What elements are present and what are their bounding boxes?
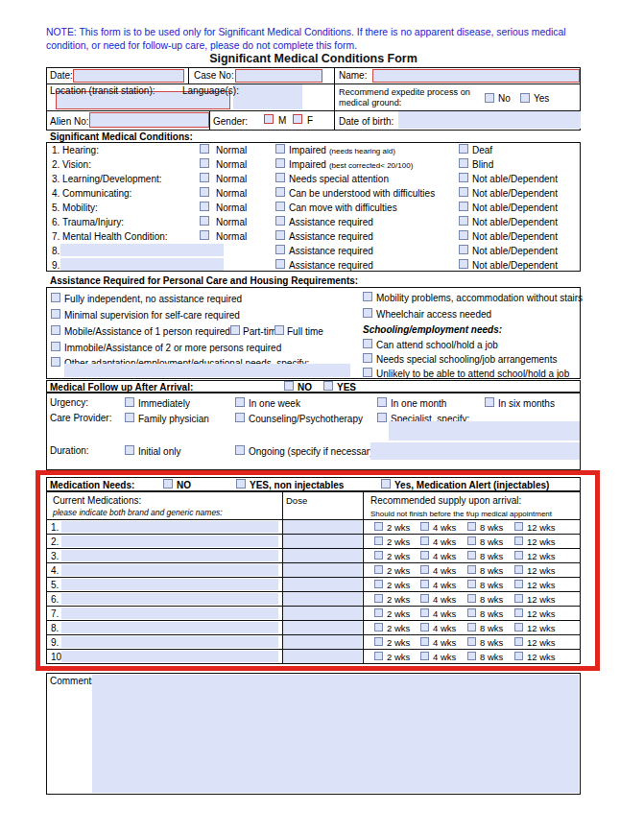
condition-6-col2-checkbox[interactable] [275, 216, 285, 226]
dose-5-field[interactable] [283, 578, 362, 591]
condition-2-col2-checkbox[interactable] [275, 158, 285, 168]
assist-special-schooling-checkbox[interactable] [363, 353, 372, 363]
supply-5-4wks-checkbox[interactable] [420, 580, 429, 588]
supply-2-4wks-checkbox[interactable] [420, 536, 429, 545]
supply-3-4wks-checkbox[interactable] [420, 551, 429, 560]
medication-9-field[interactable] [61, 636, 278, 648]
dose-6-field[interactable] [283, 592, 362, 606]
supply-2-12wks-checkbox[interactable] [514, 536, 523, 545]
supply-8-4wks-checkbox[interactable] [420, 623, 429, 631]
dob-field[interactable] [398, 111, 581, 129]
gender-f-checkbox[interactable] [293, 114, 302, 124]
assist-fully-independent-checkbox[interactable] [51, 293, 60, 302]
urgency-six-months-checkbox[interactable] [485, 397, 494, 407]
condition-9-col3-checkbox[interactable] [459, 259, 468, 269]
condition-8-col2-checkbox[interactable] [275, 245, 285, 254]
expedite-no-checkbox[interactable] [485, 93, 494, 103]
dose-3-field[interactable] [283, 549, 362, 562]
supply-9-4wks-checkbox[interactable] [420, 637, 429, 646]
condition-1-normal-checkbox[interactable] [200, 144, 209, 154]
duration-ongoing-checkbox[interactable] [235, 445, 245, 455]
dose-9-field[interactable] [283, 635, 362, 649]
urgency-one-month-checkbox[interactable] [377, 397, 387, 407]
condition-8-input[interactable] [60, 244, 224, 256]
medication-1-field[interactable] [61, 521, 278, 533]
case-no-field[interactable] [235, 69, 322, 83]
condition-5-normal-checkbox[interactable] [200, 202, 209, 211]
condition-3-col3-checkbox[interactable] [459, 173, 468, 182]
supply-6-12wks-checkbox[interactable] [514, 594, 523, 603]
condition-6-col3-checkbox[interactable] [459, 216, 468, 226]
condition-7-normal-checkbox[interactable] [200, 230, 209, 240]
supply-7-2wks-checkbox[interactable] [374, 608, 383, 617]
condition-5-col3-checkbox[interactable] [459, 202, 468, 211]
condition-2-normal-checkbox[interactable] [200, 158, 209, 168]
supply-6-4wks-checkbox[interactable] [420, 594, 429, 603]
assist-can-attend-school-checkbox[interactable] [363, 339, 372, 348]
condition-4-normal-checkbox[interactable] [200, 187, 209, 197]
dose-1-field[interactable] [283, 520, 362, 534]
assist-mobility-problems-checkbox[interactable] [363, 292, 372, 301]
medication-10-field[interactable] [61, 651, 278, 662]
supply-4-12wks-checkbox[interactable] [514, 565, 523, 574]
supply-4-8wks-checkbox[interactable] [467, 565, 476, 574]
assist-minimal-supervision-checkbox[interactable] [51, 309, 60, 319]
supply-3-2wks-checkbox[interactable] [374, 551, 383, 560]
medication-7-field[interactable] [61, 608, 278, 619]
assist-other-needs-checkbox[interactable] [51, 357, 60, 367]
supply-8-2wks-checkbox[interactable] [374, 623, 383, 631]
name-field[interactable] [372, 69, 580, 83]
supply-4-2wks-checkbox[interactable] [374, 565, 383, 574]
condition-3-normal-checkbox[interactable] [200, 173, 209, 182]
supply-1-8wks-checkbox[interactable] [467, 522, 476, 531]
condition-6-normal-checkbox[interactable] [200, 216, 209, 226]
condition-5-col2-checkbox[interactable] [275, 202, 285, 211]
supply-5-8wks-checkbox[interactable] [467, 580, 476, 588]
assist-part-time-checkbox[interactable] [230, 325, 240, 335]
assist-mobile-1person-checkbox[interactable] [51, 325, 60, 335]
medication-5-field[interactable] [61, 579, 278, 590]
medication-alert-injectables-checkbox[interactable] [381, 479, 391, 488]
supply-7-4wks-checkbox[interactable] [420, 608, 429, 617]
dose-7-field[interactable] [283, 607, 362, 620]
supply-4-4wks-checkbox[interactable] [420, 565, 429, 574]
supply-1-2wks-checkbox[interactable] [374, 522, 383, 531]
condition-4-col3-checkbox[interactable] [459, 187, 468, 197]
care-counseling-checkbox[interactable] [235, 413, 245, 422]
condition-1-col3-checkbox[interactable] [459, 144, 468, 154]
assist-other-specify-field[interactable] [64, 364, 350, 377]
supply-3-8wks-checkbox[interactable] [467, 551, 476, 560]
supply-1-4wks-checkbox[interactable] [420, 522, 429, 531]
supply-5-12wks-checkbox[interactable] [514, 580, 523, 588]
medication-yes-noninjectable-checkbox[interactable] [236, 479, 246, 488]
dose-2-field[interactable] [283, 535, 362, 548]
supply-10-2wks-checkbox[interactable] [374, 652, 383, 660]
condition-7-col3-checkbox[interactable] [459, 230, 468, 240]
supply-2-2wks-checkbox[interactable] [374, 536, 383, 545]
medication-no-checkbox[interactable] [163, 479, 173, 488]
supply-6-8wks-checkbox[interactable] [467, 594, 476, 603]
supply-10-8wks-checkbox[interactable] [467, 652, 476, 660]
supply-9-12wks-checkbox[interactable] [514, 637, 523, 646]
care-family-physician-checkbox[interactable] [125, 413, 134, 422]
supply-1-12wks-checkbox[interactable] [514, 522, 523, 531]
specialist-specify-field[interactable] [389, 421, 580, 441]
care-specialist-checkbox[interactable] [377, 413, 387, 422]
medication-2-field[interactable] [61, 536, 278, 547]
alien-no-field[interactable] [89, 112, 209, 128]
ongoing-specify-field[interactable] [370, 442, 580, 460]
condition-3-col2-checkbox[interactable] [275, 173, 285, 182]
urgency-one-week-checkbox[interactable] [235, 397, 245, 407]
language-field[interactable] [233, 84, 302, 109]
assist-full-time-checkbox[interactable] [274, 325, 284, 335]
condition-7-col2-checkbox[interactable] [275, 230, 285, 240]
condition-9-input[interactable] [60, 258, 224, 271]
medication-6-field[interactable] [61, 593, 278, 605]
condition-4-col2-checkbox[interactable] [275, 187, 285, 197]
assist-unlikely-school-checkbox[interactable] [363, 368, 372, 377]
supply-2-8wks-checkbox[interactable] [467, 536, 476, 545]
condition-1-col2-checkbox[interactable] [275, 144, 285, 154]
supply-6-2wks-checkbox[interactable] [374, 594, 383, 603]
comments-field[interactable] [92, 675, 579, 793]
assist-wheelchair-checkbox[interactable] [363, 308, 372, 318]
